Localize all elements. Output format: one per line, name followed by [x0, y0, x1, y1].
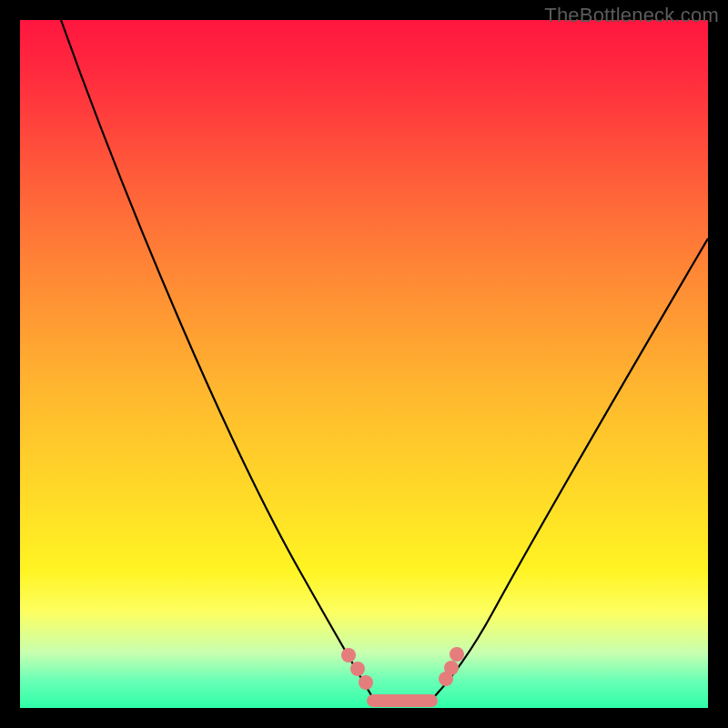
chart-plot-area: [20, 20, 708, 708]
marker-dot: [350, 662, 365, 676]
marker-dot: [359, 675, 373, 690]
marker-dot: [341, 648, 356, 662]
right-curve: [433, 238, 708, 698]
watermark-text: TheBottleneck.com: [544, 4, 719, 27]
left-curve: [61, 20, 371, 695]
marker-dot: [450, 647, 464, 662]
bottleneck-curve: [20, 20, 708, 708]
marker-dot: [444, 661, 459, 675]
